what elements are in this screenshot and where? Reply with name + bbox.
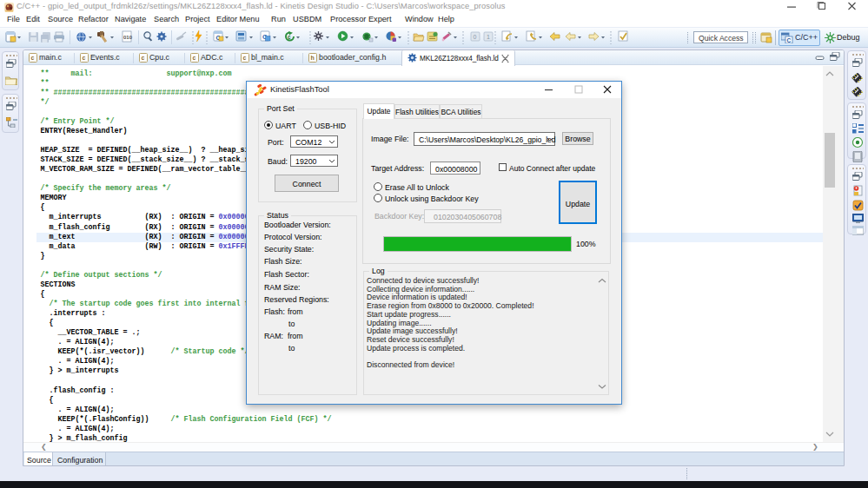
svg-text:c: c xyxy=(193,55,196,61)
svg-text:c: c xyxy=(31,55,35,61)
svg-text:c: c xyxy=(83,55,86,61)
svg-text:1: 1 xyxy=(487,34,490,40)
svg-text:c: c xyxy=(142,55,145,61)
svg-text:c: c xyxy=(288,34,291,40)
svg-text:0: 0 xyxy=(474,34,477,40)
svg-text:C: C xyxy=(787,37,792,43)
svg-text:010: 010 xyxy=(123,35,133,40)
svg-text:h: h xyxy=(311,55,315,61)
svg-text:c: c xyxy=(243,55,247,61)
